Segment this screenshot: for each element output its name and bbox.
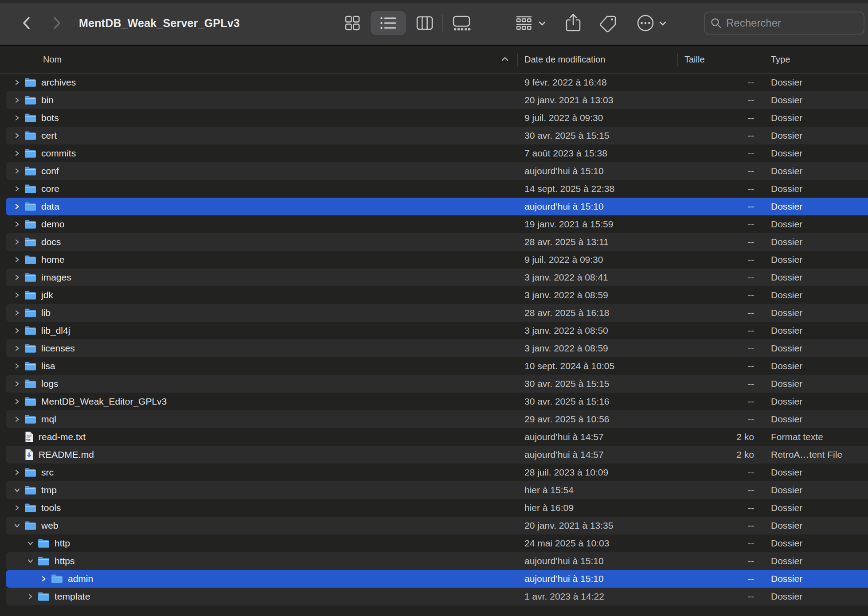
disclosure-chevron-icon[interactable] xyxy=(12,239,21,245)
file-size: -- xyxy=(677,343,764,354)
disclosure-chevron-icon[interactable] xyxy=(12,363,21,369)
file-type: Dossier xyxy=(764,308,868,318)
file-size: -- xyxy=(677,520,764,531)
file-name: commits xyxy=(41,148,76,159)
disclosure-chevron-icon[interactable] xyxy=(12,345,21,351)
more-options-button[interactable] xyxy=(636,13,655,33)
list-view-icon xyxy=(379,15,397,31)
file-row[interactable]: bin 20 janv. 2021 à 13:03 -- Dossier xyxy=(0,91,868,109)
disclosure-chevron-icon[interactable] xyxy=(12,487,21,493)
file-row[interactable]: src 28 juil. 2023 à 10:09 -- Dossier xyxy=(0,464,868,481)
file-row[interactable]: lib 28 avr. 2025 à 16:18 -- Dossier xyxy=(0,304,868,322)
file-name: lib_dl4j xyxy=(41,325,70,336)
disclosure-chevron-icon[interactable] xyxy=(12,186,21,192)
file-row[interactable]: archives 9 févr. 2022 à 16:48 -- Dossier xyxy=(0,74,868,91)
file-row[interactable]: lisa 10 sept. 2024 à 10:05 -- Dossier xyxy=(0,357,868,375)
folder-icon xyxy=(24,113,36,123)
disclosure-chevron-icon[interactable] xyxy=(12,522,21,529)
file-row[interactable]: lib_dl4j 3 janv. 2022 à 08:50 -- Dossier xyxy=(0,322,868,339)
disclosure-chevron-icon[interactable] xyxy=(12,398,21,405)
file-row[interactable]: tools hier à 16:09 -- Dossier xyxy=(0,499,868,517)
disclosure-chevron-icon[interactable] xyxy=(12,203,21,210)
disclosure-chevron-icon[interactable] xyxy=(12,327,21,334)
disclosure-chevron-icon[interactable] xyxy=(12,381,21,387)
file-name: licenses xyxy=(41,343,75,354)
file-row[interactable]: demo 19 janv. 2021 à 15:59 -- Dossier xyxy=(0,215,868,233)
disclosure-chevron-icon[interactable] xyxy=(12,505,21,511)
disclosure-chevron-icon[interactable] xyxy=(12,257,21,263)
disclosure-chevron-icon[interactable] xyxy=(12,221,21,227)
tag-button[interactable] xyxy=(598,13,618,33)
file-row[interactable]: data aujourd’hui à 15:10 -- Dossier xyxy=(0,198,868,215)
list-view-button[interactable] xyxy=(379,14,398,32)
file-row[interactable]: web 20 janv. 2021 à 13:35 -- Dossier xyxy=(0,517,868,534)
disclosure-chevron-icon[interactable] xyxy=(12,469,21,476)
file-row[interactable]: docs 28 avr. 2025 à 13:11 -- Dossier xyxy=(0,233,868,251)
column-header-type[interactable]: Type xyxy=(771,46,790,74)
forward-button[interactable] xyxy=(48,12,66,35)
disclosure-chevron-icon[interactable] xyxy=(12,274,21,281)
file-row[interactable]: template 1 avr. 2023 à 14:22 -- Dossier xyxy=(0,588,868,605)
file-row[interactable]: admin aujourd’hui à 15:10 -- Dossier xyxy=(0,570,868,588)
file-row[interactable]: licenses 3 janv. 2022 à 08:59 -- Dossier xyxy=(0,339,868,357)
folder-icon xyxy=(24,503,36,513)
file-row[interactable]: TXT read-me.txt aujourd’hui à 14:57 2 ko… xyxy=(0,428,868,446)
folder-icon xyxy=(24,255,36,265)
toolbar-divider xyxy=(442,15,443,31)
file-size: 2 ko xyxy=(677,449,764,460)
file-row[interactable]: https aujourd’hui à 15:10 -- Dossier xyxy=(0,552,868,570)
icon-view-button[interactable] xyxy=(343,14,362,32)
file-row[interactable]: http 24 mai 2025 à 10:03 -- Dossier xyxy=(0,534,868,552)
file-row[interactable]: core 14 sept. 2025 à 22:38 -- Dossier xyxy=(0,180,868,198)
disclosure-chevron-icon[interactable] xyxy=(26,558,35,564)
grid-view-icon xyxy=(344,15,361,31)
disclosure-chevron-icon[interactable] xyxy=(12,150,21,156)
file-type: Dossier xyxy=(764,95,868,105)
file-list: archives 9 févr. 2022 à 16:48 -- Dossier… xyxy=(0,74,868,616)
back-button[interactable] xyxy=(18,12,35,35)
disclosure-chevron-icon[interactable] xyxy=(39,576,48,582)
column-header-size[interactable]: Taille xyxy=(684,46,705,74)
file-row[interactable]: home 9 juil. 2022 à 09:30 -- Dossier xyxy=(0,251,868,269)
file-type: Format texte xyxy=(764,432,868,442)
disclosure-chevron-icon[interactable] xyxy=(12,97,21,103)
file-type: Dossier xyxy=(764,343,868,354)
folder-icon xyxy=(24,148,36,158)
file-row[interactable]: README.md aujourd’hui à 14:57 2 ko Retro… xyxy=(0,446,868,464)
file-row[interactable]: images 3 janv. 2022 à 08:41 -- Dossier xyxy=(0,269,868,286)
disclosure-chevron-icon[interactable] xyxy=(12,115,21,121)
file-row[interactable]: mql 29 avr. 2025 à 10:56 -- Dossier xyxy=(0,410,868,428)
disclosure-chevron-icon[interactable] xyxy=(12,133,21,139)
group-by-button[interactable] xyxy=(514,14,534,32)
file-row[interactable]: conf aujourd’hui à 15:10 -- Dossier xyxy=(0,162,868,180)
column-header-name[interactable]: Nom xyxy=(43,46,62,74)
file-row[interactable]: bots 9 juil. 2022 à 09:30 -- Dossier xyxy=(0,109,868,127)
file-row[interactable]: jdk 3 janv. 2022 à 08:59 -- Dossier xyxy=(0,286,868,304)
file-type: Dossier xyxy=(764,254,868,265)
folder-icon xyxy=(24,468,36,477)
gallery-view-button[interactable] xyxy=(452,14,471,32)
file-row[interactable]: commits 7 août 2023 à 15:38 -- Dossier xyxy=(0,144,868,162)
date-modified: 3 janv. 2022 à 08:59 xyxy=(517,290,677,300)
disclosure-chevron-icon[interactable] xyxy=(12,168,21,174)
disclosure-chevron-icon[interactable] xyxy=(12,416,21,422)
file-row[interactable]: MentDB_Weak_Editor_GPLv3 30 avr. 2025 à … xyxy=(0,393,868,410)
disclosure-chevron-icon[interactable] xyxy=(12,292,21,298)
file-name: cert xyxy=(41,130,57,141)
share-button[interactable] xyxy=(563,12,583,34)
search-input[interactable] xyxy=(726,17,858,29)
file-row[interactable]: logs 30 avr. 2025 à 15:15 -- Dossier xyxy=(0,375,868,393)
disclosure-chevron-icon[interactable] xyxy=(12,310,21,316)
file-type: Dossier xyxy=(764,201,868,212)
disclosure-chevron-icon[interactable] xyxy=(26,540,35,546)
column-view-button[interactable] xyxy=(415,14,434,32)
file-row[interactable]: tmp hier à 15:54 -- Dossier xyxy=(0,481,868,499)
file-name: docs xyxy=(41,237,61,247)
file-row[interactable]: cert 30 avr. 2025 à 15:15 -- Dossier xyxy=(0,127,868,144)
column-header-date[interactable]: Date de modification xyxy=(524,46,605,74)
file-size: -- xyxy=(677,485,764,495)
file-size: -- xyxy=(677,556,764,566)
disclosure-chevron-icon[interactable] xyxy=(12,79,21,86)
disclosure-chevron-icon[interactable] xyxy=(26,593,35,600)
search-field[interactable] xyxy=(704,12,864,35)
